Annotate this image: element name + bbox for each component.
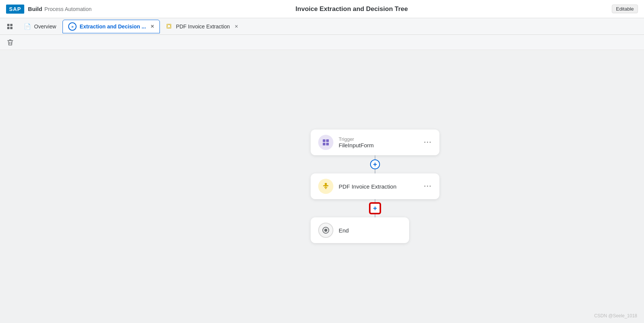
svg-rect-13 xyxy=(325,188,327,189)
svg-rect-9 xyxy=(326,143,329,145)
tab-overview-label: Overview xyxy=(34,23,56,30)
pdf-icon xyxy=(318,179,333,194)
svg-rect-0 xyxy=(7,24,9,26)
arrows-icon: » xyxy=(68,22,77,31)
workflow-area: Trigger FileInputForm ··· + PDF xyxy=(311,130,439,243)
svg-rect-6 xyxy=(323,139,325,142)
trash-icon xyxy=(6,39,14,46)
watermark: CSDN @Seele_1018 xyxy=(594,313,637,318)
process-icon: ⛋ xyxy=(166,23,173,30)
browse-icon xyxy=(6,23,13,30)
svg-point-16 xyxy=(324,229,327,232)
tab-pdf-invoice[interactable]: ⛋ PDF Invoice Extraction ✕ xyxy=(161,20,244,33)
connector-2: + xyxy=(311,199,439,217)
svg-rect-1 xyxy=(10,24,13,26)
tab-extraction[interactable]: » Extraction and Decision ... ✕ xyxy=(63,20,160,33)
svg-rect-12 xyxy=(324,187,327,188)
toolbar xyxy=(0,35,644,50)
pdf-more-button[interactable]: ··· xyxy=(424,183,432,190)
sap-logo: SAP xyxy=(6,5,24,14)
browse-button[interactable] xyxy=(3,20,17,33)
tab-bar: 📄 Overview » Extraction and Decision ...… xyxy=(0,18,644,35)
pdf-name: PDF Invoice Extraction xyxy=(339,183,419,190)
add-step-button-2[interactable]: + xyxy=(370,203,380,214)
pdf-label: PDF Invoice Extraction xyxy=(339,183,419,190)
end-node[interactable]: End xyxy=(311,217,409,243)
end-icon xyxy=(318,223,333,238)
add-step-button-1[interactable]: + xyxy=(370,159,380,169)
tab-extraction-label: Extraction and Decision ... xyxy=(80,23,146,30)
svg-rect-3 xyxy=(10,27,13,29)
trigger-label: Trigger FileInputForm xyxy=(339,136,419,148)
page-title: Invoice Extraction and Decision Tree xyxy=(92,5,612,13)
app-header: SAP Build Process Automation Invoice Ext… xyxy=(0,0,644,18)
svg-rect-8 xyxy=(323,143,325,145)
trigger-node[interactable]: Trigger FileInputForm ··· xyxy=(311,130,439,155)
connector-1: + xyxy=(311,155,439,173)
delete-button[interactable] xyxy=(5,37,16,48)
process-automation-label: Process Automation xyxy=(44,6,92,12)
trigger-badge: Trigger xyxy=(339,136,419,142)
svg-point-11 xyxy=(325,183,327,185)
tab-overview[interactable]: 📄 Overview xyxy=(18,20,62,33)
build-label: Build xyxy=(28,6,42,12)
svg-rect-7 xyxy=(326,139,329,142)
end-label: End xyxy=(339,227,402,234)
tab-extraction-close[interactable]: ✕ xyxy=(150,24,154,29)
tab-pdf-close[interactable]: ✕ xyxy=(234,24,238,29)
end-name: End xyxy=(339,227,402,234)
trigger-more-button[interactable]: ··· xyxy=(424,139,432,147)
trigger-name: FileInputForm xyxy=(339,142,419,148)
workflow-canvas: Trigger FileInputForm ··· + PDF xyxy=(0,50,644,323)
pdf-node[interactable]: PDF Invoice Extraction ··· xyxy=(311,173,439,199)
tab-pdf-label: PDF Invoice Extraction xyxy=(176,23,230,30)
editable-badge: Editable xyxy=(612,5,638,13)
trigger-icon xyxy=(318,135,333,150)
svg-rect-2 xyxy=(7,27,9,29)
doc-icon: 📄 xyxy=(24,23,31,30)
